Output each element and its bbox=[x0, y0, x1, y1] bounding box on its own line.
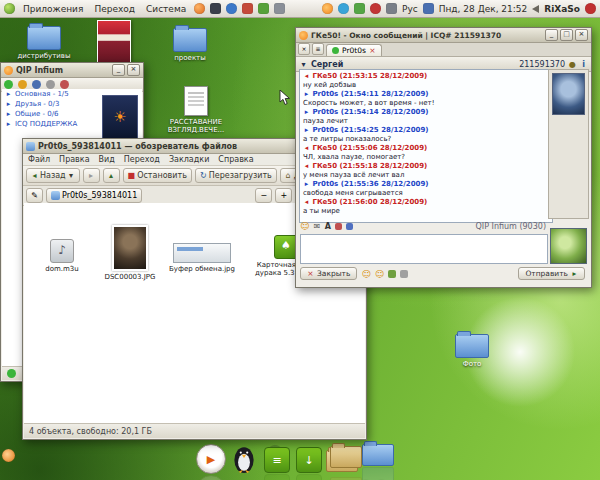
stop-button[interactable]: ■ Остановить bbox=[123, 168, 192, 183]
window-controls: _ □ × bbox=[545, 29, 588, 41]
spellcheck-icon[interactable] bbox=[388, 270, 396, 278]
status-online-icon[interactable] bbox=[4, 80, 13, 89]
status-away-icon[interactable] bbox=[18, 80, 27, 89]
menu-go[interactable]: Переход bbox=[124, 155, 160, 164]
forward-button[interactable]: ▸ bbox=[83, 168, 100, 183]
close-chat-button[interactable]: × Закрыть bbox=[300, 267, 357, 280]
tab-menu-button[interactable]: ≡ bbox=[312, 43, 324, 55]
history-icon[interactable]: ● bbox=[569, 60, 576, 69]
qip-titlebar[interactable]: QIP Infium _ × bbox=[1, 63, 143, 78]
qip-banner-logo[interactable]: ☀ bbox=[102, 95, 138, 139]
shutdown-icon[interactable] bbox=[585, 3, 596, 14]
chevron-down-icon[interactable]: ▾ bbox=[300, 60, 307, 69]
reload-button[interactable]: ↻ Перезагрузить bbox=[195, 168, 277, 183]
quote-icon[interactable] bbox=[346, 223, 353, 230]
chat-bottom-bar: × Закрыть ☺ ☺ Отправить ▸ bbox=[300, 266, 585, 281]
zoom-out-button[interactable]: − bbox=[255, 188, 272, 203]
menu-edit[interactable]: Правка bbox=[59, 155, 89, 164]
chat-titlebar[interactable]: ГКе50! - Окно сообщений | ICQ# 211591370… bbox=[296, 28, 591, 43]
file-item-clipboard[interactable]: Буфер обмена.jpg bbox=[166, 243, 238, 273]
dock-item-app2[interactable]: ↓ bbox=[296, 447, 322, 480]
smiley-picker-icon[interactable]: ☺ bbox=[300, 221, 309, 231]
clock[interactable]: Пнд, 28 Дек, 21:52 bbox=[439, 4, 528, 14]
font-icon[interactable]: A bbox=[324, 222, 331, 231]
file-item-photo[interactable]: DSC00003.JPG bbox=[98, 225, 162, 281]
dock-item-folders[interactable] bbox=[326, 446, 360, 480]
back-button[interactable]: ◂ Назад ▾ bbox=[26, 168, 80, 183]
mail-icon[interactable] bbox=[274, 3, 285, 14]
menu-system[interactable]: Система bbox=[143, 4, 189, 14]
browser-icon[interactable] bbox=[226, 3, 237, 14]
contact-avatar[interactable] bbox=[552, 73, 585, 115]
media-icon[interactable] bbox=[242, 3, 253, 14]
reflection bbox=[296, 474, 322, 480]
tray-bluetooth-icon[interactable] bbox=[423, 3, 434, 14]
settings-gear-icon[interactable] bbox=[46, 80, 55, 89]
dock-applet-corner[interactable] bbox=[2, 447, 15, 466]
tab-close-icon[interactable]: × bbox=[369, 46, 376, 55]
breadcrumb[interactable]: Pr0t0s_593814011 bbox=[46, 188, 142, 203]
magazine-cover-icon bbox=[97, 20, 131, 68]
dock-item-player[interactable]: ▶ ▶ bbox=[196, 444, 226, 480]
search-contact-icon[interactable] bbox=[60, 80, 69, 89]
chat-tabbar: × ≡ Pr0t0s × bbox=[296, 43, 591, 57]
info-icon[interactable]: i bbox=[580, 60, 587, 69]
user-switcher[interactable]: RiXaSo bbox=[544, 4, 580, 14]
zoom-in-button[interactable]: + bbox=[275, 188, 292, 203]
own-webcam-preview[interactable] bbox=[550, 228, 587, 264]
menu-applications[interactable]: Приложения bbox=[20, 4, 86, 14]
message-header: ГКе50 (21:55:18 28/12/2009) bbox=[312, 162, 427, 170]
maximize-button[interactable]: □ bbox=[560, 29, 573, 41]
history-toggle-icon[interactable] bbox=[400, 270, 408, 278]
chat-tab-pr0t0s[interactable]: Pr0t0s × bbox=[326, 44, 382, 56]
keyboard-layout-indicator[interactable]: Рус bbox=[402, 4, 418, 14]
smiley-icon[interactable]: ☺ bbox=[375, 269, 384, 279]
volume-icon[interactable] bbox=[532, 5, 539, 13]
tray-qip-icon[interactable] bbox=[322, 3, 333, 14]
edit-location-button[interactable]: ✎ bbox=[26, 188, 43, 203]
accounts-icon[interactable] bbox=[32, 80, 41, 89]
qip-status-dot[interactable] bbox=[7, 369, 16, 378]
minimize-button[interactable]: _ bbox=[545, 29, 558, 41]
dock-item-app1[interactable]: ≡ bbox=[264, 447, 290, 480]
play-icon: ▶ bbox=[207, 453, 215, 466]
distro-menu-icon[interactable] bbox=[4, 3, 15, 14]
menu-view[interactable]: Вид bbox=[99, 155, 115, 164]
desktop-icon-document[interactable]: РАССТАВАНИЕ ВЗГЛЯД.ВЕЧЕ... bbox=[166, 86, 226, 134]
message-input[interactable] bbox=[300, 234, 548, 264]
message-text: Скорость может, а вот время - нет! bbox=[303, 99, 549, 108]
desktop-icon-distros[interactable]: дистрибутивы bbox=[14, 26, 74, 60]
menu-bookmarks[interactable]: Закладки bbox=[169, 155, 209, 164]
zoom-in-icon: + bbox=[280, 191, 287, 200]
minimize-button[interactable]: _ bbox=[112, 64, 125, 76]
tray-device-icon[interactable] bbox=[386, 3, 397, 14]
close-icon: × bbox=[307, 269, 314, 278]
menu-places[interactable]: Переход bbox=[91, 4, 138, 14]
file-item-audio[interactable]: ♪ dom.m3u bbox=[34, 239, 90, 273]
menu-help[interactable]: Справка bbox=[218, 155, 253, 164]
menu-glyph-icon: ≡ bbox=[272, 454, 281, 467]
desktop-icon-photo[interactable]: Фото bbox=[442, 334, 502, 368]
tray-update-icon[interactable] bbox=[354, 3, 365, 14]
smiley-icon[interactable]: ☺ bbox=[361, 269, 370, 279]
firefox-icon[interactable] bbox=[194, 3, 205, 14]
file-name: dom.m3u bbox=[34, 265, 90, 273]
tab-close-all-button[interactable]: × bbox=[298, 43, 310, 55]
send-button[interactable]: Отправить ▸ bbox=[518, 267, 585, 280]
close-button[interactable]: × bbox=[575, 29, 588, 41]
tray-network-icon[interactable] bbox=[338, 3, 349, 14]
document-icon bbox=[184, 86, 208, 116]
mail-icon[interactable]: ✉ bbox=[313, 222, 320, 231]
up-button[interactable]: ▴ bbox=[103, 168, 120, 183]
files-icon[interactable] bbox=[258, 3, 269, 14]
tray-messenger-icon[interactable] bbox=[370, 3, 381, 14]
close-button[interactable]: × bbox=[127, 64, 140, 76]
menu-file[interactable]: Файл bbox=[28, 155, 50, 164]
dock-item-dropfolder[interactable]: Брк Вох bbox=[358, 444, 398, 480]
home-icon: ⌂ bbox=[285, 171, 292, 180]
desktop-icon-projects[interactable]: проекты bbox=[160, 28, 220, 62]
color-icon[interactable] bbox=[335, 223, 342, 230]
chat-message-log[interactable]: ◂ ГКе50 (21:53:15 28/12/2009) ну кей доб… bbox=[299, 69, 553, 223]
reflection bbox=[326, 473, 360, 480]
terminal-icon[interactable] bbox=[210, 3, 221, 14]
